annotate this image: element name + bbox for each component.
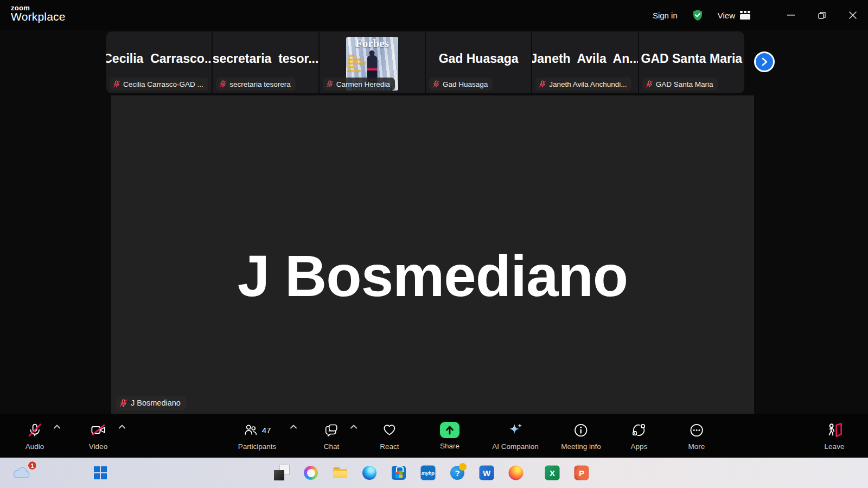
taskbar-icon-word[interactable]: W [480, 466, 494, 480]
mic-muted-icon [432, 80, 440, 88]
logo-workplace-text: Workplace [11, 10, 66, 23]
participants-count: 47 [262, 426, 271, 435]
chevron-up-icon [119, 425, 126, 429]
react-button[interactable]: React [380, 417, 399, 455]
forbes-masthead: Forbes [346, 37, 398, 50]
chevron-up-icon [350, 425, 358, 429]
taskbar-icon-microsoft-store[interactable] [392, 466, 406, 480]
mic-muted-icon [326, 80, 334, 88]
participants-button[interactable]: 47 Participants [238, 417, 277, 455]
participant-name-label: Gad Huasaga [429, 78, 493, 91]
participants-icon [244, 423, 258, 437]
gallery-view-icon [740, 11, 750, 20]
taskbar-icon-edge[interactable] [362, 466, 376, 480]
mic-muted-icon [28, 423, 42, 438]
participant-name-label: secretaria tesorera [216, 78, 296, 91]
chat-icon [324, 423, 339, 438]
participant-tile[interactable]: Cecilia Carrasco... Cecilia Carrasco-GAD… [106, 31, 213, 93]
participant-name-label: Carmen Heredia [323, 78, 395, 91]
participant-name-label: GAD Santa Maria [642, 78, 718, 91]
view-button[interactable]: View [718, 11, 750, 20]
chevron-right-icon [761, 57, 768, 66]
chevron-up-icon [54, 425, 61, 429]
taskbar-icon-task-view[interactable] [275, 466, 288, 479]
video-button[interactable]: Video [89, 417, 107, 455]
speaker-name-label: J Bosmediano [116, 396, 187, 410]
windows-taskbar: 1 ✦✦✦ myhp ? W [0, 458, 868, 488]
taskbar-icon-firefox[interactable] [509, 466, 524, 480]
audio-button[interactable]: Audio [25, 417, 44, 455]
video-options-caret[interactable] [119, 425, 126, 429]
participant-name-label: Janeth Avila Anchundi... [535, 78, 631, 91]
next-page-button[interactable] [754, 52, 775, 72]
ai-companion-icon [507, 422, 524, 438]
taskbar-icon-excel[interactable]: X [545, 466, 560, 480]
chat-button[interactable]: Chat [324, 417, 340, 455]
mic-muted-icon [219, 80, 227, 88]
leave-door-icon [826, 422, 843, 438]
participant-tile[interactable]: Janeth Avila An... Janeth Avila Anchundi… [532, 31, 639, 93]
chevron-up-icon [290, 425, 297, 429]
forbes-side-text: THE RICHEST PEOPLE IN THE WORLD [348, 54, 367, 73]
sign-in-button[interactable]: Sign in [653, 11, 678, 20]
more-button[interactable]: More [688, 417, 705, 455]
participant-tile[interactable]: GAD Santa Maria GAD Santa Maria [639, 31, 744, 93]
taskbar-icon-myhp[interactable]: myhp [421, 466, 436, 480]
participant-tile[interactable]: secretaria tesor... secretaria tesorera [213, 31, 319, 93]
mic-muted-icon [113, 80, 120, 88]
meeting-toolbar: Audio Video 47 Participants [0, 414, 868, 458]
security-shield-icon[interactable] [692, 9, 704, 21]
apps-icon [631, 423, 647, 438]
taskbar-icon-copilot[interactable] [304, 466, 318, 480]
mic-muted-icon [646, 80, 653, 88]
video-off-icon [90, 423, 106, 437]
participant-tile-video[interactable]: Forbes THE RICHEST PEOPLE IN THE WORLD B… [320, 31, 426, 93]
heart-icon [382, 423, 397, 437]
zoom-meeting-window: zoom Workplace Sign in View [0, 0, 868, 488]
active-speaker-view[interactable]: J Bosmediano J Bosmediano [111, 95, 754, 414]
mic-muted-icon [539, 80, 546, 88]
windows-logo-icon [94, 466, 107, 479]
meeting-info-button[interactable]: Meeting info [561, 417, 601, 455]
start-button[interactable] [94, 466, 107, 479]
participant-name-label: Cecilia Carrasco-GAD ... [110, 78, 208, 91]
view-label: View [718, 11, 735, 20]
mic-muted-icon [119, 399, 127, 407]
titlebar: zoom Workplace Sign in View [0, 0, 868, 30]
widgets-weather-icon[interactable]: 1 [12, 466, 31, 480]
share-button[interactable]: Share [440, 417, 459, 455]
participant-tile[interactable]: Gad Huasaga Gad Huasaga [426, 31, 532, 93]
taskbar-icon-hp-support[interactable]: ? [450, 466, 464, 480]
taskbar-icon-file-explorer[interactable] [333, 466, 348, 479]
apps-button[interactable]: Apps [631, 417, 648, 455]
notification-badge: 1 [28, 461, 37, 470]
chat-options-caret[interactable] [350, 425, 358, 429]
more-ellipsis-icon [689, 423, 704, 438]
info-icon [573, 423, 588, 438]
ai-companion-button[interactable]: AI Companion [492, 417, 539, 455]
minimize-button[interactable] [775, 0, 806, 30]
taskbar-icon-powerpoint[interactable]: P [575, 466, 589, 480]
audio-options-caret[interactable] [54, 425, 61, 429]
close-button[interactable] [837, 0, 868, 30]
participant-filmstrip: Cecilia Carrasco... Cecilia Carrasco-GAD… [106, 31, 744, 93]
leave-button[interactable]: Leave [825, 417, 845, 455]
share-screen-icon [440, 422, 459, 438]
speaker-big-name: J Bosmediano [111, 95, 754, 414]
restore-button[interactable] [806, 0, 837, 30]
participants-options-caret[interactable] [290, 425, 297, 429]
zoom-workplace-logo: zoom Workplace [11, 4, 66, 23]
